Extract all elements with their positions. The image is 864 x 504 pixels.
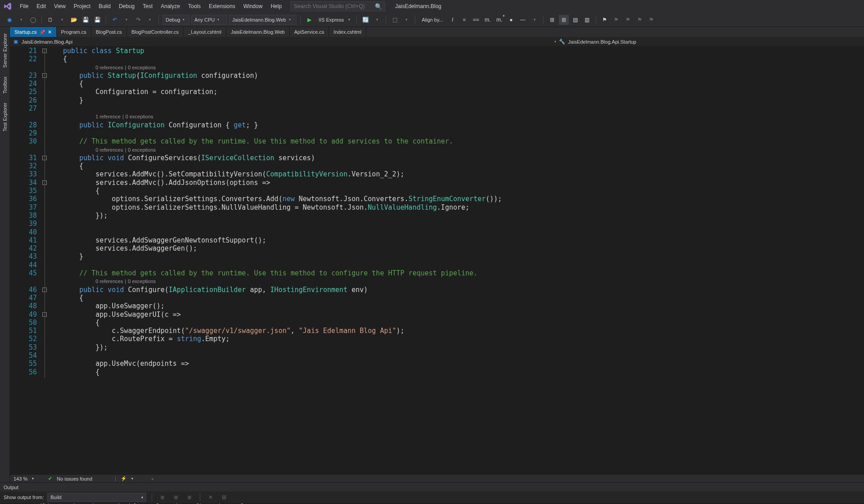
code-text[interactable]: public class Startup{ 0 references|0 exc…: [63, 47, 864, 474]
code-line[interactable]: app.UseMvc(endpoints =>: [63, 360, 864, 368]
doc-tab[interactable]: Program.cs: [57, 27, 91, 37]
sidebar-tab-toolbox[interactable]: Toolbox: [1, 72, 9, 98]
codelens[interactable]: 0 references|0 exceptions: [63, 63, 864, 72]
align-icon[interactable]: =: [459, 15, 469, 25]
code-line[interactable]: app.UseSwaggerUI(c =>: [63, 310, 864, 319]
code-line[interactable]: {: [63, 187, 864, 195]
code-line[interactable]: [63, 228, 864, 236]
menu-analyze[interactable]: Analyze: [157, 1, 184, 11]
doc-tab[interactable]: BlogPostController.cs: [127, 27, 184, 37]
platform-dropdown[interactable]: Any CPU▾: [191, 15, 227, 25]
run-icon[interactable]: ▶: [304, 15, 314, 25]
indent-icon[interactable]: ▤: [571, 15, 580, 25]
menu-window[interactable]: Window: [240, 1, 266, 11]
code-line[interactable]: [63, 351, 864, 360]
output-wrap-icon[interactable]: ≣: [184, 492, 194, 502]
code-line[interactable]: services.AddSwaggerGen();: [63, 244, 864, 252]
code-editor[interactable]: 2122232425262728293031323334353637383940…: [10, 47, 864, 474]
code-line[interactable]: {: [63, 319, 864, 327]
code-line[interactable]: [63, 104, 864, 112]
drop-icon[interactable]: ▾: [554, 40, 556, 44]
menu-file[interactable]: File: [16, 1, 32, 11]
drop-icon[interactable]: ▾: [372, 15, 382, 25]
code-line[interactable]: {: [63, 162, 864, 170]
code-line[interactable]: {: [63, 80, 864, 88]
doc-tab[interactable]: _Layout.cshtml: [184, 27, 226, 37]
code-line[interactable]: [63, 220, 864, 228]
indent-icon[interactable]: ⊞: [559, 15, 569, 25]
search-input[interactable]: [294, 3, 375, 9]
drop-icon[interactable]: ▾: [530, 15, 540, 25]
browse-icon[interactable]: 🔄: [360, 15, 370, 25]
drop-icon[interactable]: ▾: [401, 15, 411, 25]
menu-view[interactable]: View: [50, 1, 69, 11]
save-all-icon[interactable]: 💾: [92, 15, 102, 25]
code-line[interactable]: options.SerializerSettings.NullValueHand…: [63, 203, 864, 212]
nav-project[interactable]: JaisEdelmann.Blog.Api: [22, 39, 72, 45]
menu-help[interactable]: Help: [267, 1, 285, 11]
output-clear-icon[interactable]: ✕: [206, 492, 216, 502]
align-icon[interactable]: ==: [471, 15, 481, 25]
align-icon[interactable]: m.: [483, 15, 493, 25]
menu-test[interactable]: Test: [139, 1, 156, 11]
run-button[interactable]: IIS Express▾: [316, 15, 353, 25]
codelens[interactable]: 0 references|0 exceptions: [63, 146, 864, 154]
code-line[interactable]: public void ConfigureServices(IServiceCo…: [63, 154, 864, 162]
code-line[interactable]: public Startup(IConfiguration configurat…: [63, 72, 864, 80]
menu-extensions[interactable]: Extensions: [205, 1, 239, 11]
indent-icon[interactable]: ⊞: [547, 15, 557, 25]
nav-class[interactable]: JaisEdelmann.Blog.Api.Startup: [568, 39, 636, 45]
align-icon[interactable]: ●: [506, 15, 516, 25]
nav-back-arrow-icon[interactable]: ▾: [16, 15, 26, 25]
issues-label[interactable]: No issues found: [57, 476, 92, 482]
open-icon[interactable]: 📂: [69, 15, 79, 25]
align-by-label[interactable]: Align by...: [419, 17, 446, 22]
redo-icon[interactable]: ↷: [133, 15, 143, 25]
align-icon[interactable]: I: [448, 15, 458, 25]
code-line[interactable]: services.AddMvc().AddJsonOptions(options…: [63, 179, 864, 187]
doc-tab[interactable]: ApiService.cs: [290, 27, 329, 37]
doc-tab[interactable]: Index.cshtml: [329, 27, 366, 37]
lightning-icon[interactable]: ⚡: [121, 476, 127, 482]
code-line[interactable]: public class Startup: [63, 47, 864, 55]
ext-icon[interactable]: ⬚: [390, 15, 400, 25]
zoom-level[interactable]: 143 %: [14, 476, 27, 482]
code-line[interactable]: Configuration = configuration;: [63, 88, 864, 96]
code-line[interactable]: [63, 129, 864, 137]
sidebar-tab-test-explorer[interactable]: Test Explorer: [1, 98, 9, 136]
code-line[interactable]: {: [63, 55, 864, 63]
code-line[interactable]: // This method gets called by the runtim…: [63, 137, 864, 145]
bookmark-icon[interactable]: ⚑: [623, 15, 633, 25]
doc-tab[interactable]: JaisEdelmann.Blog.Web: [226, 27, 290, 37]
code-line[interactable]: public void Configure(IApplicationBuilde…: [63, 286, 864, 294]
doc-tab[interactable]: BlogPost.cs: [91, 27, 127, 37]
code-line[interactable]: c.RoutePrefix = string.Empty;: [63, 335, 864, 343]
undo-icon[interactable]: ↶: [110, 15, 120, 25]
code-line[interactable]: // This method gets called by the runtim…: [63, 269, 864, 277]
config-dropdown[interactable]: Debug▾: [162, 15, 189, 25]
code-line[interactable]: {: [63, 294, 864, 302]
nav-back-icon[interactable]: ◉: [4, 15, 14, 25]
save-icon[interactable]: 💾: [81, 15, 90, 25]
menu-build[interactable]: Build: [95, 1, 114, 11]
drop-icon[interactable]: ▾: [57, 15, 67, 25]
output-clear-icon[interactable]: ≣: [158, 492, 167, 502]
code-line[interactable]: c.SwaggerEndpoint("/swagger/v1/swagger.j…: [63, 327, 864, 335]
sidebar-tab-server-explorer[interactable]: Server Explorer: [1, 29, 9, 72]
drop-icon[interactable]: ▾: [122, 15, 131, 25]
menu-tools[interactable]: Tools: [184, 1, 204, 11]
code-line[interactable]: options.SerializerSettings.Converters.Ad…: [63, 195, 864, 203]
new-project-icon[interactable]: 🗋: [45, 15, 55, 25]
code-line[interactable]: {: [63, 368, 864, 376]
zoom-drop-icon[interactable]: ▾: [32, 477, 34, 481]
indent-icon[interactable]: ▥: [582, 15, 592, 25]
output-toggle-icon[interactable]: ≣: [171, 492, 181, 502]
bookmark-icon[interactable]: ⚑: [600, 15, 610, 25]
code-line[interactable]: });: [63, 343, 864, 351]
menu-edit[interactable]: Edit: [33, 1, 50, 11]
quick-search[interactable]: 🔍: [291, 1, 385, 11]
bookmark-icon[interactable]: ⚑: [612, 15, 621, 25]
output-panel-header[interactable]: Output: [0, 482, 864, 491]
output-goto-icon[interactable]: ⊞: [219, 492, 229, 502]
align-icon[interactable]: —: [518, 15, 528, 25]
